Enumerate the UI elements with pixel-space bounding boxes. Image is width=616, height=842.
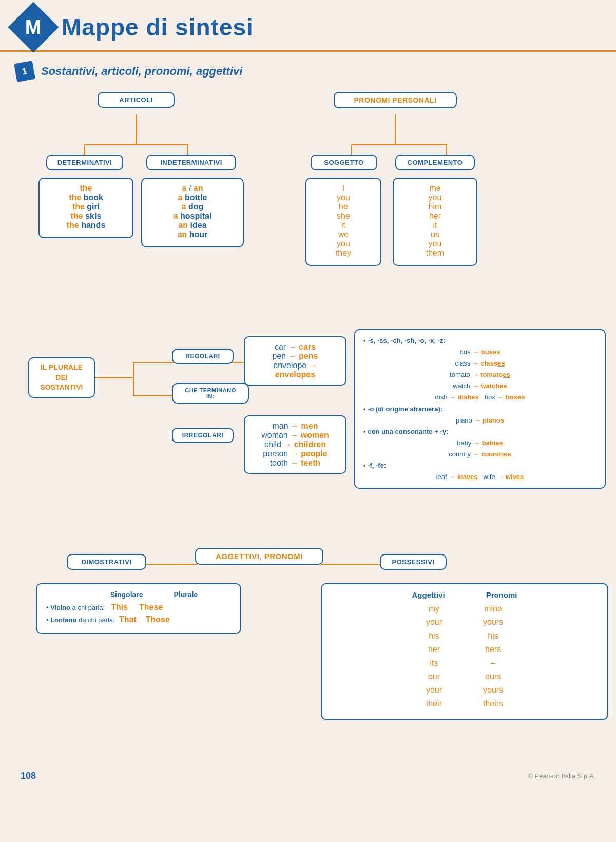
poss-header-row: Aggettivi Pronomi [337, 590, 592, 599]
rule-class: class → classes [363, 358, 596, 369]
articoli-box: ARTICOLI [98, 92, 175, 108]
possessivi-content-box: Aggettivi Pronomi myyourhisheritsouryour… [321, 583, 608, 720]
irr2: woman → women [252, 431, 338, 440]
det-line2: the book [47, 193, 125, 202]
dim-singolare-header: Singolare [110, 590, 143, 599]
indet-line6: an hour [149, 230, 236, 239]
dim-header-row: Singolare Plurale [46, 590, 231, 599]
compl-you: you [401, 193, 469, 202]
section-number: 1 [14, 61, 35, 82]
indet-line3: a dog [149, 202, 236, 212]
dim-that: That [119, 615, 137, 624]
compl-her: her [401, 212, 469, 221]
top-diagram: ARTICOLI DETERMINATIVI the the book the … [26, 88, 590, 329]
compl-us: us [401, 230, 469, 239]
sogg-you2: you [314, 239, 373, 248]
aggettivi-pronomi-box: AGGETTIVI, PRONOMI [195, 548, 323, 565]
rule-leaf: leaf → leaves wife → wives [363, 471, 596, 483]
poss-columns: myyourhisheritsouryourtheir mineyourshis… [337, 602, 592, 711]
poss-pronomi-col: mineyourshishers–oursyourstheirs [483, 602, 503, 711]
soggetto-content-box: I you he she it we you they [305, 178, 381, 266]
dim-vicino-label: • Vicino a chi parla: [46, 604, 105, 611]
footer: 108 © Pearson Italia S.p.A. [0, 766, 616, 787]
middle-diagram: IL PLURALEDEISOSTANTIVI REGOLARI car → c… [26, 329, 590, 545]
sogg-we: we [314, 230, 373, 239]
dim-row2: • Lontano da chi parla: That Those [46, 615, 231, 624]
articoli-label: ARTICOLI [99, 93, 174, 107]
sogg-I: I [314, 184, 373, 193]
section-title: Sostantivi, articoli, pronomi, aggettivi [41, 65, 242, 78]
bottom-diagram: DIMOSTRATIVI AGGETTIVI, PRONOMI POSSESSI… [26, 545, 590, 760]
rule-dish: dish → dishes box → boxes [363, 392, 596, 403]
irr5: tooth → teeth [252, 458, 338, 468]
sogg-it: it [314, 221, 373, 230]
sogg-she: she [314, 212, 373, 221]
indeterminativi-label: INDETERMINATIVI [147, 156, 235, 169]
indeterminativi-content-box: a / an a bottle a dog a hospital an idea… [141, 178, 244, 247]
indeterminativi-box: INDETERMINATIVI [146, 155, 236, 170]
rule-consonante: • con una consonante + -y: [363, 426, 596, 437]
irregolari-label: IRREGOLARI [173, 429, 233, 442]
dimostrativi-label-box: DIMOSTRATIVI [67, 554, 146, 570]
soggetto-label: SOGGETTO [312, 156, 376, 169]
complemento-content-box: me you him her it us you them [393, 178, 477, 266]
complemento-label: COMPLEMENTO [396, 156, 474, 169]
rule-piano: piano → pianos [363, 415, 596, 426]
reg3: envelope → envelopes [252, 361, 338, 379]
logo-diamond: M [8, 2, 59, 53]
rule-o-foreign: • -o (di origine straniera): [363, 404, 596, 415]
reg2: pen → pens [252, 352, 338, 361]
dimostrativi-content-box: Singolare Plurale • Vicino a chi parla: … [36, 583, 241, 634]
sogg-he: he [314, 202, 373, 212]
irregolari-box: IRREGOLARI [172, 428, 234, 443]
possessivi-label-box: POSSESSIVI [380, 554, 447, 570]
che-terminano-box: CHE TERMINANO IN: [172, 383, 249, 404]
pronomi-personali-box: PRONOMI PERSONALI [334, 92, 457, 108]
dim-lontano-label: • Lontano da chi parla: [46, 616, 115, 624]
rule-watch: watch → watches [363, 380, 596, 392]
indet-line1: a / an [149, 184, 236, 193]
pronomi-personali-label: PRONOMI PERSONALI [335, 93, 456, 107]
rule-bus: bus → buses [363, 347, 596, 358]
regolari-label: REGOLARI [173, 350, 233, 363]
sogg-they: they [314, 248, 373, 258]
indet-line5: an idea [149, 221, 236, 230]
poss-pronomi-header: Pronomi [486, 590, 517, 599]
complemento-box: COMPLEMENTO [395, 155, 475, 170]
regolari-box: REGOLARI [172, 349, 234, 364]
rules-box: • -s, -ss, -ch, -sh, -o, -x, -z: bus → b… [354, 329, 606, 489]
rule-tomato: tomato → tomatoes [363, 369, 596, 380]
rule-f: • -f, -fe: [363, 460, 596, 471]
compl-them: them [401, 248, 469, 258]
rule-s: • -s, -ss, -ch, -sh, -o, -x, -z: [363, 335, 596, 347]
che-terminano-label: CHE TERMINANO IN: [173, 384, 248, 403]
irregolari-content-box: man → men woman → women child → children… [244, 415, 346, 474]
reg1: car → cars [252, 342, 338, 352]
top-diagram-container: ARTICOLI DETERMINATIVI the the book the … [0, 88, 616, 329]
det-line3: the girl [47, 202, 125, 212]
page-title: Mappe di sintesi [62, 13, 254, 41]
determinativi-box: DETERMINATIVI [46, 155, 123, 170]
dim-these: These [139, 603, 163, 612]
indet-line4: a hospital [149, 212, 236, 221]
page-number: 108 [21, 771, 36, 781]
plurale-main-box: IL PLURALEDEISOSTANTIVI [28, 357, 95, 398]
plurale-label: IL PLURALEDEISOSTANTIVI [34, 362, 89, 393]
determinativi-content-box: the the book the girl the skis the hands [38, 178, 133, 238]
det-line5: the hands [47, 221, 125, 230]
rule-country: country → countries [363, 449, 596, 460]
compl-him: him [401, 202, 469, 212]
compl-you2: you [401, 239, 469, 248]
rule-baby: baby → babies [363, 437, 596, 449]
logo-letter: M [25, 16, 42, 39]
poss-aggettivi-col: myyourhisheritsouryourtheir [426, 602, 442, 711]
header: M Mappe di sintesi [0, 0, 616, 52]
dimostrativi-label: DIMOSTRATIVI [68, 555, 145, 569]
sogg-you: you [314, 193, 373, 202]
irr3: child → children [252, 440, 338, 449]
indet-line2: a bottle [149, 193, 236, 202]
dim-row1: • Vicino a chi parla: This These [46, 603, 231, 612]
soggetto-box: SOGGETTO [311, 155, 377, 170]
compl-it: it [401, 221, 469, 230]
bottom-diagram-container: DIMOSTRATIVI AGGETTIVI, PRONOMI POSSESSI… [0, 545, 616, 760]
